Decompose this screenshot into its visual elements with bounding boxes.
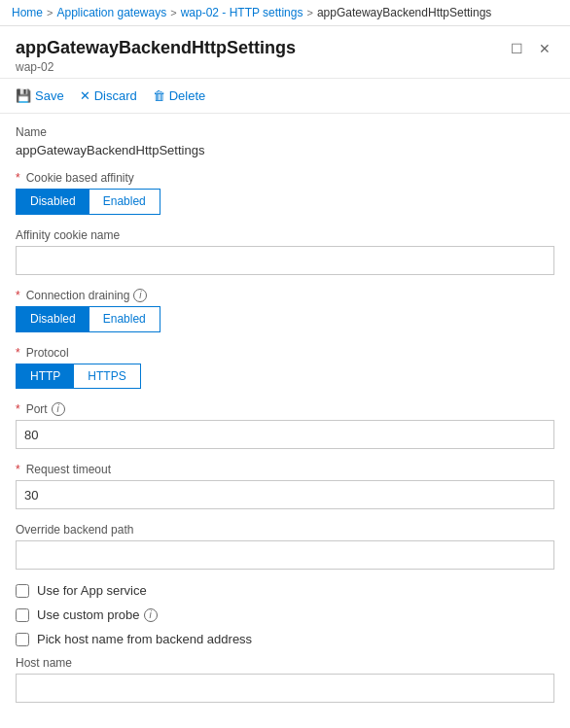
- delete-label: Delete: [169, 88, 206, 103]
- close-button[interactable]: ✕: [535, 40, 554, 57]
- connection-draining-label: * Connection draining i: [16, 289, 554, 302]
- panel-title-row: appGatewayBackendHttpSettings ☐ ✕: [16, 38, 554, 58]
- connection-draining-required: *: [16, 289, 20, 302]
- affinity-cookie-name-input[interactable]: [16, 246, 554, 275]
- cookie-affinity-label: * Cookie based affinity: [16, 171, 554, 185]
- breadcrumb-current: appGatewayBackendHttpSettings: [317, 6, 491, 19]
- protocol-https-btn[interactable]: HTTPS: [74, 364, 139, 389]
- breadcrumb-home[interactable]: Home: [12, 6, 43, 19]
- affinity-cookie-name-group: Affinity cookie name: [16, 228, 554, 275]
- port-input[interactable]: [16, 420, 554, 449]
- protocol-toggle: HTTP HTTPS: [16, 364, 141, 390]
- connection-draining-group: * Connection draining i Disabled Enabled: [16, 289, 554, 332]
- use-custom-probe-checkbox[interactable]: [16, 608, 29, 622]
- connection-draining-disabled-btn[interactable]: Disabled: [17, 307, 89, 331]
- pick-host-name-label[interactable]: Pick host name from backend address: [37, 632, 252, 646]
- breadcrumb-app-gateways[interactable]: Application gateways: [56, 6, 166, 19]
- cookie-affinity-group: * Cookie based affinity Disabled Enabled: [16, 171, 554, 215]
- settings-panel: appGatewayBackendHttpSettings ☐ ✕ wap-02…: [0, 26, 570, 728]
- custom-probe-info-icon[interactable]: i: [144, 608, 158, 622]
- override-backend-path-label: Override backend path: [16, 523, 554, 537]
- connection-draining-info-icon[interactable]: i: [133, 289, 147, 302]
- cookie-affinity-enabled-btn[interactable]: Enabled: [89, 190, 160, 214]
- discard-label: Discard: [94, 88, 137, 103]
- page-title: appGatewayBackendHttpSettings: [16, 38, 296, 58]
- protocol-label: * Protocol: [16, 346, 554, 360]
- discard-icon: ✕: [80, 88, 90, 103]
- use-custom-probe-label[interactable]: Use custom probe i: [37, 607, 158, 622]
- pick-host-name-checkbox[interactable]: [16, 633, 29, 646]
- cookie-affinity-required: *: [16, 171, 20, 185]
- name-value: appGatewayBackendHttpSettings: [16, 143, 554, 157]
- toolbar: 💾 Save ✕ Discard 🗑 Delete: [0, 79, 570, 114]
- delete-icon: 🗑: [153, 88, 165, 103]
- pick-host-name-group: Pick host name from backend address: [16, 632, 554, 646]
- breadcrumb-http-settings[interactable]: wap-02 - HTTP settings: [181, 6, 303, 19]
- use-for-app-service-checkbox[interactable]: [16, 584, 29, 598]
- request-timeout-group: * Request timeout: [16, 463, 554, 509]
- host-name-input[interactable]: [16, 674, 554, 703]
- panel-header: appGatewayBackendHttpSettings ☐ ✕ wap-02: [0, 26, 570, 79]
- use-for-app-service-label[interactable]: Use for App service: [37, 583, 147, 598]
- save-label: Save: [35, 88, 64, 103]
- panel-icon-group: ☐ ✕: [507, 40, 554, 57]
- host-name-label: Host name: [16, 656, 554, 670]
- breadcrumb-sep-1: >: [47, 7, 53, 18]
- request-timeout-input[interactable]: [16, 480, 554, 509]
- breadcrumb-sep-2: >: [170, 7, 176, 18]
- request-timeout-required: *: [16, 463, 20, 476]
- maximize-button[interactable]: ☐: [507, 40, 527, 57]
- save-icon: 💾: [16, 88, 31, 103]
- name-group: Name appGatewayBackendHttpSettings: [16, 125, 554, 157]
- connection-draining-toggle: Disabled Enabled: [16, 306, 160, 332]
- affinity-cookie-name-label: Affinity cookie name: [16, 228, 554, 242]
- save-button[interactable]: 💾 Save: [16, 87, 64, 105]
- request-timeout-label: * Request timeout: [16, 463, 554, 476]
- use-for-app-service-group: Use for App service: [16, 583, 554, 598]
- override-backend-path-group: Override backend path: [16, 523, 554, 570]
- protocol-http-btn[interactable]: HTTP: [17, 364, 74, 389]
- breadcrumb-sep-3: >: [306, 7, 312, 18]
- delete-button[interactable]: 🗑 Delete: [153, 87, 206, 105]
- form-body: Name appGatewayBackendHttpSettings * Coo…: [0, 114, 570, 728]
- port-label: * Port i: [16, 402, 554, 416]
- discard-button[interactable]: ✕ Discard: [80, 87, 137, 105]
- cookie-affinity-toggle: Disabled Enabled: [16, 189, 160, 215]
- override-backend-path-input[interactable]: [16, 540, 554, 570]
- protocol-group: * Protocol HTTP HTTPS: [16, 346, 554, 390]
- host-name-group: Host name: [16, 656, 554, 703]
- port-group: * Port i: [16, 402, 554, 449]
- use-custom-probe-group: Use custom probe i: [16, 607, 554, 622]
- protocol-required: *: [16, 346, 20, 360]
- name-label: Name: [16, 125, 554, 139]
- port-required: *: [16, 402, 20, 416]
- connection-draining-enabled-btn[interactable]: Enabled: [89, 307, 160, 331]
- port-info-icon[interactable]: i: [52, 402, 65, 416]
- panel-subtitle: wap-02: [16, 60, 554, 74]
- cookie-affinity-disabled-btn[interactable]: Disabled: [17, 190, 89, 214]
- breadcrumb: Home > Application gateways > wap-02 - H…: [0, 0, 570, 26]
